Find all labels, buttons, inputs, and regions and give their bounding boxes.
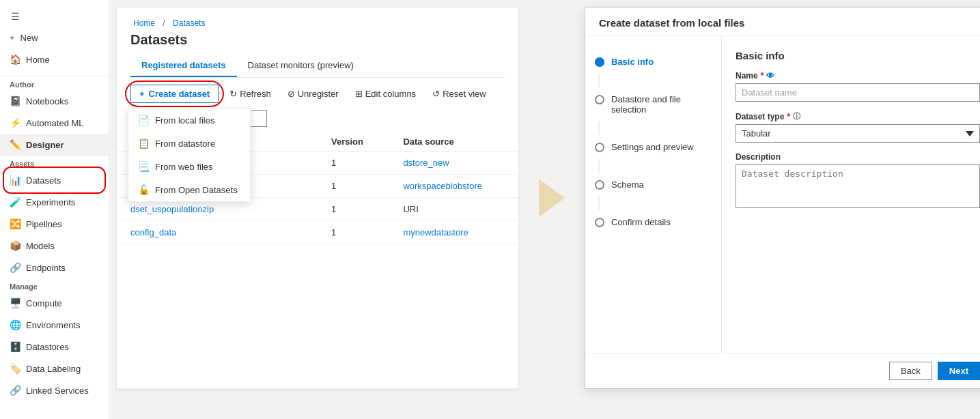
breadcrumb: Home / Datasets xyxy=(130,18,505,28)
edit-columns-button[interactable]: ⊞ Edit columns xyxy=(350,86,421,102)
refresh-label: Refresh xyxy=(240,89,271,99)
step-radio-0 xyxy=(595,57,604,67)
sidebar-new-label: New xyxy=(20,33,38,43)
tab-registered-datasets[interactable]: Registered datasets xyxy=(130,55,237,77)
dialog-content: Basic info Name* 👁 Dataset type * ⓘ xyxy=(722,36,980,353)
step-label-3: Schema xyxy=(611,179,644,190)
back-button[interactable]: Back xyxy=(889,362,932,380)
step-line-2 xyxy=(598,159,600,173)
sidebar-hamburger[interactable]: ☰ xyxy=(0,5,109,27)
dropdown-from-open-datasets[interactable]: 🔓 From Open Datasets xyxy=(128,178,250,201)
plus-icon: + xyxy=(10,33,15,43)
sidebar-compute-label: Compute xyxy=(26,298,62,308)
sidebar-designer-label: Designer xyxy=(26,140,64,150)
create-plus-icon: + xyxy=(139,89,145,99)
toolbar: + Create dataset ↻ Refresh ⊘ Unregister … xyxy=(117,78,518,110)
breadcrumb-separator: / xyxy=(163,18,165,28)
create-dataset-button-wrapper: + Create dataset xyxy=(130,85,219,103)
info-icon[interactable]: ⓘ xyxy=(793,111,800,121)
eye-icon[interactable]: 👁 xyxy=(766,71,774,81)
create-dataset-label: Create dataset xyxy=(149,89,210,99)
sidebar: ☰ + New 🏠 Home Author 📓 Notebooks ⚡ Auto… xyxy=(0,0,109,419)
step-line-1 xyxy=(598,121,600,135)
dropdown-from-local-files[interactable]: 📄 From local files xyxy=(128,109,250,132)
dropdown-from-datastore[interactable]: 📋 From datastore xyxy=(128,132,250,155)
step-item-confirm-details[interactable]: Confirm details xyxy=(585,210,721,234)
arrow-shape-1 xyxy=(539,179,565,217)
notebooks-icon: 📓 xyxy=(10,96,20,106)
refresh-icon: ↻ xyxy=(229,89,237,99)
reset-view-icon: ↺ xyxy=(432,89,440,99)
cell-version: 1 xyxy=(318,221,389,244)
step-item-schema[interactable]: Schema xyxy=(585,173,721,197)
sidebar-item-datasets[interactable]: 📊 Datasets xyxy=(0,169,109,191)
dataset-link[interactable]: dset_uspopulationzip xyxy=(130,204,214,214)
name-required: * xyxy=(761,71,764,81)
models-icon: 📦 xyxy=(10,240,20,251)
home-icon: 🏠 xyxy=(10,54,20,65)
cell-version: 1 xyxy=(318,175,389,198)
sidebar-item-notebooks[interactable]: 📓 Notebooks xyxy=(0,90,109,112)
sidebar-item-models[interactable]: 📦 Models xyxy=(0,235,109,257)
step-item-datastore-and-file-selection[interactable]: Datastore and file selection xyxy=(585,87,721,121)
table-row: config_data 1 mynewdatastore xyxy=(117,221,518,244)
author-section-label: Author xyxy=(0,76,109,90)
compute-icon: 🖥️ xyxy=(10,298,20,308)
sidebar-manage-section: Manage 🖥️ Compute 🌐 Environments 🗄️ Data… xyxy=(0,278,109,401)
sidebar-datasets-label: Datasets xyxy=(26,175,61,186)
sidebar-item-compute[interactable]: 🖥️ Compute xyxy=(0,292,109,314)
refresh-button[interactable]: ↻ Refresh xyxy=(224,86,277,102)
dataset-type-select[interactable]: Tabular File xyxy=(736,124,980,143)
dataset-name-input[interactable] xyxy=(736,83,980,102)
dialog-title: Create dataset from local files xyxy=(585,8,980,36)
dialog-footer: Back Next xyxy=(585,353,980,388)
source-link[interactable]: dstore_new xyxy=(403,158,449,168)
sidebar-item-automated-ml[interactable]: ⚡ Automated ML xyxy=(0,112,109,134)
datasets-header: Home / Datasets Datasets Registered data… xyxy=(117,8,518,78)
linked-services-icon: 🔗 xyxy=(10,385,20,396)
sidebar-item-data-labeling[interactable]: 🏷️ Data Labeling xyxy=(0,358,109,379)
description-textarea[interactable] xyxy=(736,164,980,208)
unregister-button[interactable]: ⊘ Unregister xyxy=(282,86,344,102)
sidebar-item-linked-services[interactable]: 🔗 Linked Services xyxy=(0,379,109,401)
source-link[interactable]: mynewdatastore xyxy=(403,227,468,237)
sidebar-item-endpoints[interactable]: 🔗 Endpoints xyxy=(0,257,109,278)
flow-arrow-1 xyxy=(531,7,572,389)
dropdown-from-web-files[interactable]: 📃 From web files xyxy=(128,155,250,178)
sidebar-item-datastores[interactable]: 🗄️ Datastores xyxy=(0,336,109,358)
sidebar-item-environments[interactable]: 🌐 Environments xyxy=(0,314,109,336)
sidebar-automated-ml-label: Automated ML xyxy=(26,118,84,128)
datasets-panel: Home / Datasets Datasets Registered data… xyxy=(116,7,519,389)
sidebar-new-button[interactable]: + New xyxy=(0,27,109,48)
step-item-basic-info[interactable]: Basic info xyxy=(585,50,721,74)
step-item-settings-and-preview[interactable]: Settings and preview xyxy=(585,135,721,159)
dataset-link[interactable]: config_data xyxy=(130,227,176,237)
assets-section-label: Assets xyxy=(0,156,109,169)
step-radio-1 xyxy=(595,95,604,104)
designer-icon: ✏️ xyxy=(10,139,20,150)
name-label: Name* 👁 xyxy=(736,71,980,81)
breadcrumb-home[interactable]: Home xyxy=(133,18,155,28)
sidebar-models-label: Models xyxy=(26,241,55,251)
main-area: Home / Datasets Datasets Registered data… xyxy=(109,0,980,419)
step-line-0 xyxy=(598,74,600,87)
sidebar-item-experiments[interactable]: 🧪 Experiments xyxy=(0,191,109,213)
source-link[interactable]: workspaceblobstore xyxy=(403,181,482,191)
environments-icon: 🌐 xyxy=(10,319,20,330)
next-button[interactable]: Next xyxy=(938,362,980,380)
sidebar-pipelines-label: Pipelines xyxy=(26,219,62,229)
sidebar-item-home[interactable]: 🏠 Home xyxy=(0,48,109,70)
sidebar-item-designer[interactable]: ✏️ Designer xyxy=(0,134,109,156)
create-dataset-button[interactable]: + Create dataset xyxy=(130,85,219,103)
sidebar-item-pipelines[interactable]: 🔀 Pipelines xyxy=(0,213,109,235)
dataset-type-field: Dataset type * ⓘ Tabular File xyxy=(736,111,980,143)
endpoints-icon: 🔗 xyxy=(10,262,20,273)
web-files-icon: 📃 xyxy=(138,161,150,172)
tab-dataset-monitors[interactable]: Dataset monitors (preview) xyxy=(237,55,365,77)
description-label: Description xyxy=(736,152,980,162)
form-section-title: Basic info xyxy=(736,50,980,61)
sidebar-top: ☰ + New 🏠 Home xyxy=(0,0,109,76)
reset-view-button[interactable]: ↺ Reset view xyxy=(427,86,492,102)
datasets-title: Datasets xyxy=(130,32,505,48)
tab-dataset-monitors-label: Dataset monitors (preview) xyxy=(248,60,354,70)
